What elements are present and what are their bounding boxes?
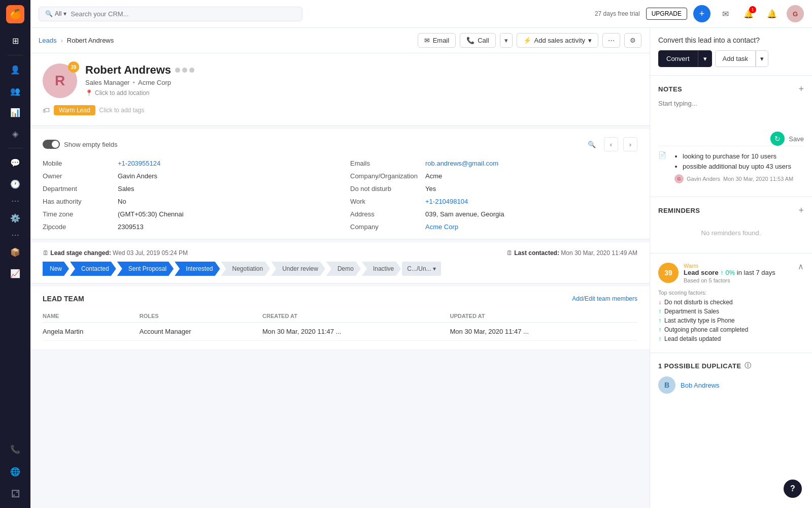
note-author: Gavin Anders — [687, 176, 720, 182]
notes-header: NOTES + — [658, 84, 804, 94]
team-title: LEAD TEAM — [43, 295, 84, 303]
stage-contacted[interactable]: Contacted — [70, 262, 116, 276]
team-section: LEAD TEAM Add/Edit team members NAME ROL… — [30, 287, 650, 349]
sidebar-icon-contacts[interactable]: 👤 — [6, 60, 24, 79]
fields-left-col: Mobile +1-203955124 Owner Gavin Anders D… — [43, 160, 330, 231]
field-zipcode: Zipcode 2309513 — [43, 223, 330, 231]
show-empty-toggle[interactable] — [43, 140, 60, 149]
convert-button[interactable]: Convert — [658, 50, 698, 67]
sidebar-icon-apps[interactable]: ⚁ — [6, 485, 24, 503]
notes-refresh-btn[interactable]: ↻ — [770, 132, 785, 146]
dup-name[interactable]: Bob Andrews — [681, 382, 720, 389]
tag-icon: 🏷 — [43, 106, 50, 114]
sidebar-icon-chart[interactable]: 📊 — [6, 103, 24, 121]
breadcrumb-bar: Leads › Robert Andrews ✉ Email 📞 Call ▾ … — [30, 28, 650, 53]
email-icon: ✉ — [424, 37, 430, 44]
stage-sent-proposal[interactable]: Sent Proposal — [117, 262, 174, 276]
add-task-dropdown-btn[interactable]: ▾ — [756, 50, 768, 67]
search-input[interactable] — [71, 10, 296, 18]
factor-4: ↑ Outgoing phone call completed — [658, 326, 804, 333]
fields-next-btn[interactable]: › — [623, 137, 637, 151]
stage-negotiation[interactable]: Negotiation — [221, 262, 270, 276]
sidebar-icon-people[interactable]: 👥 — [6, 82, 24, 100]
factor-3-text: Last activity type is Phone — [664, 317, 735, 324]
add-button[interactable]: + — [693, 5, 710, 22]
add-tag-btn[interactable]: Click to add tags — [99, 107, 145, 114]
stage-inactive[interactable]: Inactive — [362, 262, 401, 276]
more-button[interactable]: ⋯ — [602, 33, 620, 48]
breadcrumb-actions: ✉ Email 📞 Call ▾ ⚡ Add sales activity ▾ … — [418, 33, 641, 48]
score-factors: Top scoring factors: ↓ Do not disturb is… — [658, 290, 804, 342]
stage-new[interactable]: New — [43, 262, 69, 276]
col-created: CREATED AT — [262, 310, 450, 323]
fields-header: Show empty fields 🔍 ‹ › — [43, 137, 637, 151]
sidebar-icon-chat[interactable]: 💬 — [6, 153, 24, 172]
call-dropdown[interactable]: ▾ — [500, 33, 513, 48]
reminders-title: REMINDERS — [658, 207, 700, 214]
stage-interested[interactable]: Interested — [175, 262, 220, 276]
help-button[interactable]: ? — [784, 480, 802, 498]
upgrade-button[interactable]: UPGRADE — [646, 8, 687, 20]
stage-under-review[interactable]: Under review — [271, 262, 325, 276]
warm-lead-tag[interactable]: Warm Lead — [54, 105, 95, 115]
topnav: 🔍 All ▾ 27 days free trial UPGRADE + ✉ 🔔… — [30, 0, 812, 28]
add-task-button[interactable]: Add task — [715, 50, 756, 67]
call-button[interactable]: 📞 Call — [460, 33, 495, 48]
member-role: Account Manager — [140, 323, 262, 341]
topnav-right: 27 days free trial UPGRADE + ✉ 🔔 1 🔔 G — [595, 5, 804, 22]
field-department: Department Sales — [43, 185, 330, 193]
dup-avatar: B — [658, 376, 675, 394]
sidebar-icon-settings[interactable]: ⚙️ — [6, 209, 24, 227]
sidebar-logo[interactable]: 🍊 — [6, 5, 24, 23]
gear-button[interactable]: ⚙ — [624, 33, 641, 48]
notes-add-btn[interactable]: + — [798, 84, 804, 94]
content-area: Leads › Robert Andrews ✉ Email 📞 Call ▾ … — [30, 28, 812, 508]
duplicate-title: 1 POSSIBLE DUPLICATE ⓘ — [658, 361, 804, 370]
factor-3-icon: ↑ — [658, 317, 661, 324]
sidebar-icon-box[interactable]: 📦 — [6, 243, 24, 261]
email-button[interactable]: ✉ Email — [418, 33, 456, 48]
sidebar-icon-money[interactable]: ◈ — [6, 124, 24, 143]
bell-icon-btn[interactable]: 🔔 — [763, 5, 781, 22]
sidebar-icon-home[interactable]: ⊞ — [6, 31, 24, 50]
profile-avatar: R 39 — [43, 64, 77, 98]
dup-item: B Bob Andrews — [658, 376, 804, 394]
note-text: looking to purchase for 10 users possibl… — [674, 151, 793, 171]
user-avatar[interactable]: G — [787, 5, 804, 22]
profile-location[interactable]: 📍 Click to add location — [85, 89, 637, 97]
sidebar-divider-2 — [8, 148, 23, 148]
score-label: Lead score ↑ 0% in last 7 days — [684, 269, 775, 276]
sidebar-icon-phone[interactable]: 📞 — [6, 440, 24, 458]
note-doc-icon: 📄 — [658, 151, 666, 183]
field-company-org: Company/Organization Acme — [350, 172, 637, 180]
notes-save-btn[interactable]: Save — [789, 135, 804, 143]
fields-search-btn[interactable]: 🔍 — [585, 137, 599, 151]
search-dropdown-btn[interactable]: 🔍 All ▾ — [45, 10, 66, 17]
reminders-add-btn[interactable]: + — [798, 205, 804, 216]
field-owner: Owner Gavin Anders — [43, 172, 330, 180]
stage-more[interactable]: C.../Un... ▾ — [402, 262, 441, 276]
notes-textarea[interactable] — [658, 100, 804, 130]
breadcrumb-current: Robert Andrews — [67, 37, 114, 44]
convert-dropdown-btn[interactable]: ▾ — [698, 50, 712, 67]
score-sublabel: Based on 5 factors — [684, 277, 775, 283]
field-address: Address 039, Sam avenue, Georgia — [350, 210, 637, 218]
notification-icon-btn[interactable]: 🔔 1 — [740, 5, 757, 22]
sidebar-icon-clock[interactable]: 🕐 — [6, 175, 24, 193]
convert-btn-group: Convert ▾ — [658, 50, 712, 67]
add-activity-button[interactable]: ⚡ Add sales activity ▾ — [517, 33, 598, 48]
email-icon-btn[interactable]: ✉ — [717, 5, 734, 22]
sidebar-icon-globe[interactable]: 🌐 — [6, 462, 24, 481]
score-section: 39 Warm Lead score ↑ 0% in last 7 days B… — [650, 253, 812, 353]
member-created: Mon 30 Mar, 2020 11:47 ... — [262, 323, 450, 341]
score-collapse-btn[interactable]: ∧ — [798, 262, 804, 271]
sidebar-icon-analytics[interactable]: 📈 — [6, 264, 24, 282]
field-emails: Emails rob.andrews@gmail.com — [350, 160, 637, 167]
score-badge-large: 39 — [658, 263, 679, 283]
fields-prev-btn[interactable]: ‹ — [604, 137, 618, 151]
stage-demo[interactable]: Demo — [326, 262, 361, 276]
fields-section: Show empty fields 🔍 ‹ › Mobile +1-203955… — [30, 129, 650, 239]
team-add-link[interactable]: Add/Edit team members — [572, 295, 637, 302]
reminders-header: REMINDERS + — [658, 205, 804, 216]
breadcrumb-leads[interactable]: Leads — [39, 37, 56, 44]
